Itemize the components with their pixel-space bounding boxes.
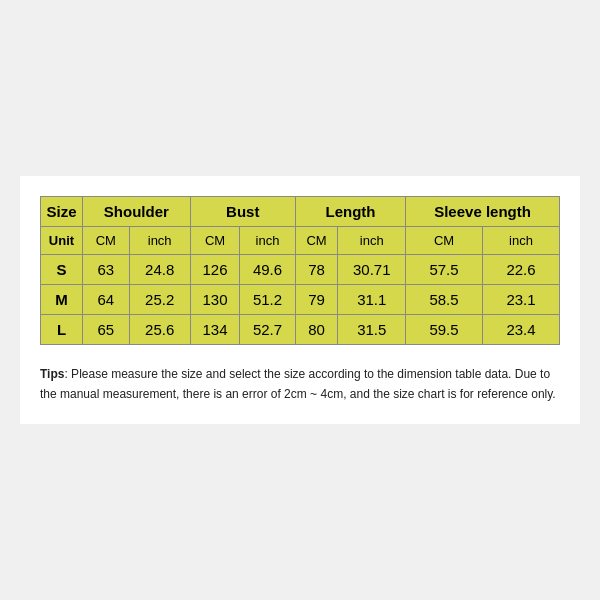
tips-label: Tips [40,367,64,381]
unit-shoulder-inch: inch [129,227,190,255]
header-length: Length [295,197,405,227]
cell-sleeve-inch: 22.6 [483,255,560,285]
cell-size: L [41,315,83,345]
unit-length-cm: CM [295,227,338,255]
cell-shoulder-inch: 24.8 [129,255,190,285]
table-row: L6525.613452.78031.559.523.4 [41,315,560,345]
unit-row: Unit CM inch CM inch CM inch CM inch [41,227,560,255]
size-table: Size Shoulder Bust Length Sleeve length … [40,196,560,345]
unit-shoulder-cm: CM [83,227,130,255]
table-row: S6324.812649.67830.7157.522.6 [41,255,560,285]
header-sleeve: Sleeve length [406,197,560,227]
cell-bust-cm: 130 [190,285,240,315]
cell-length-cm: 79 [295,285,338,315]
table-row: M6425.213051.27931.158.523.1 [41,285,560,315]
cell-shoulder-cm: 64 [83,285,130,315]
unit-label: Unit [41,227,83,255]
cell-bust-cm: 126 [190,255,240,285]
unit-bust-cm: CM [190,227,240,255]
cell-sleeve-cm: 59.5 [406,315,483,345]
tips-section: Tips: Please measure the size and select… [40,365,560,403]
cell-length-cm: 78 [295,255,338,285]
cell-sleeve-inch: 23.4 [483,315,560,345]
cell-sleeve-cm: 57.5 [406,255,483,285]
header-size: Size [41,197,83,227]
cell-sleeve-cm: 58.5 [406,285,483,315]
cell-sleeve-inch: 23.1 [483,285,560,315]
unit-bust-inch: inch [240,227,296,255]
cell-size: S [41,255,83,285]
cell-length-inch: 31.1 [338,285,406,315]
cell-shoulder-cm: 65 [83,315,130,345]
cell-shoulder-inch: 25.6 [129,315,190,345]
cell-bust-inch: 49.6 [240,255,296,285]
cell-shoulder-cm: 63 [83,255,130,285]
main-container: Size Shoulder Bust Length Sleeve length … [20,176,580,423]
cell-bust-cm: 134 [190,315,240,345]
cell-size: M [41,285,83,315]
unit-sleeve-cm: CM [406,227,483,255]
cell-length-inch: 30.71 [338,255,406,285]
unit-sleeve-inch: inch [483,227,560,255]
cell-bust-inch: 51.2 [240,285,296,315]
cell-length-cm: 80 [295,315,338,345]
unit-length-inch: inch [338,227,406,255]
cell-bust-inch: 52.7 [240,315,296,345]
cell-length-inch: 31.5 [338,315,406,345]
header-shoulder: Shoulder [83,197,191,227]
tips-text: : Please measure the size and select the… [40,367,556,400]
cell-shoulder-inch: 25.2 [129,285,190,315]
header-row: Size Shoulder Bust Length Sleeve length [41,197,560,227]
header-bust: Bust [190,197,295,227]
table-body: S6324.812649.67830.7157.522.6M6425.21305… [41,255,560,345]
